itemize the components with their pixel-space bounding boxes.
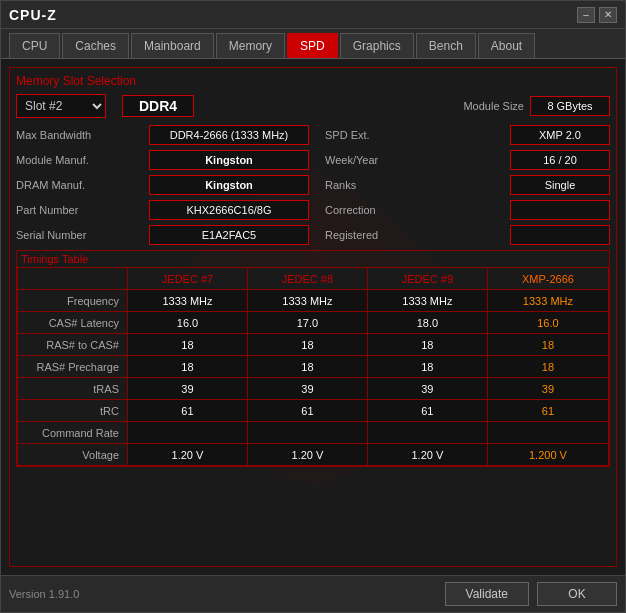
ras-pre-label: RAS# Precharge (18, 356, 128, 378)
freq-jedec9: 1333 MHz (367, 290, 487, 312)
table-row: CAS# Latency 16.0 17.0 18.0 16.0 (18, 312, 609, 334)
tab-cpu[interactable]: CPU (9, 33, 60, 58)
module-manuf-label: Module Manuf. (16, 154, 89, 166)
table-row: Voltage 1.20 V 1.20 V 1.20 V 1.200 V (18, 444, 609, 466)
freq-xmp: 1333 MHz (487, 290, 608, 312)
ranks-value: Single (510, 175, 610, 195)
content-area: Memory Slot Selection Slot #2 Slot #1 Sl… (1, 59, 625, 575)
week-year-value: 16 / 20 (510, 150, 610, 170)
voltage-label: Voltage (18, 444, 128, 466)
tab-about[interactable]: About (478, 33, 535, 58)
table-row: RAS# Precharge 18 18 18 18 (18, 356, 609, 378)
tab-memory[interactable]: Memory (216, 33, 285, 58)
slot-select[interactable]: Slot #2 Slot #1 Slot #3 Slot #4 (16, 94, 106, 118)
registered-value (510, 225, 610, 245)
ranks-label: Ranks (325, 179, 356, 191)
close-button[interactable]: ✕ (599, 7, 617, 23)
spd-ext-label: SPD Ext. (325, 129, 370, 141)
cmd-rate-jedec8 (247, 422, 367, 444)
app-title: CPU-Z (9, 7, 57, 23)
cas-jedec7: 16.0 (128, 312, 248, 334)
freq-label: Frequency (18, 290, 128, 312)
max-bandwidth-label: Max Bandwidth (16, 129, 91, 141)
tab-mainboard[interactable]: Mainboard (131, 33, 214, 58)
cas-jedec9: 18.0 (367, 312, 487, 334)
voltage-jedec9: 1.20 V (367, 444, 487, 466)
ras-pre-jedec9: 18 (367, 356, 487, 378)
freq-jedec7: 1333 MHz (128, 290, 248, 312)
tab-bench[interactable]: Bench (416, 33, 476, 58)
voltage-jedec8: 1.20 V (247, 444, 367, 466)
trc-xmp: 61 (487, 400, 608, 422)
version-label: Version 1.91.0 (9, 588, 79, 600)
tab-graphics[interactable]: Graphics (340, 33, 414, 58)
trc-label: tRC (18, 400, 128, 422)
spd-panel: Memory Slot Selection Slot #2 Slot #1 Sl… (9, 67, 617, 567)
module-manuf-value: Kingston (149, 150, 309, 170)
ras-pre-xmp: 18 (487, 356, 608, 378)
timings-table: JEDEC #7 JEDEC #8 JEDEC #9 XMP-2666 Freq… (17, 267, 609, 466)
part-number-value: KHX2666C16/8G (149, 200, 309, 220)
dram-manuf-value: Kingston (149, 175, 309, 195)
cas-xmp: 16.0 (487, 312, 608, 334)
ras-cas-jedec7: 18 (128, 334, 248, 356)
title-bar-left: CPU-Z (9, 7, 57, 23)
cas-jedec8: 17.0 (247, 312, 367, 334)
timings-section: Timings Table JEDEC #7 JEDEC #8 JEDEC #9… (16, 250, 610, 467)
nav-tabs: CPU Caches Mainboard Memory SPD Graphics… (1, 29, 625, 59)
cmd-rate-label: Command Rate (18, 422, 128, 444)
ok-button[interactable]: OK (537, 582, 617, 606)
cmd-rate-jedec7 (128, 422, 248, 444)
tras-label: tRAS (18, 378, 128, 400)
table-row: Frequency 1333 MHz 1333 MHz 1333 MHz 133… (18, 290, 609, 312)
title-controls: – ✕ (577, 7, 617, 23)
ras-cas-xmp: 18 (487, 334, 608, 356)
cas-label: CAS# Latency (18, 312, 128, 334)
serial-number-label: Serial Number (16, 229, 86, 241)
ras-cas-jedec8: 18 (247, 334, 367, 356)
tab-caches[interactable]: Caches (62, 33, 129, 58)
tras-jedec9: 39 (367, 378, 487, 400)
spd-ext-value: XMP 2.0 (510, 125, 610, 145)
cmd-rate-xmp (487, 422, 608, 444)
module-size-label: Module Size (463, 100, 524, 112)
max-bandwidth-value: DDR4-2666 (1333 MHz) (149, 125, 309, 145)
table-row: tRC 61 61 61 61 (18, 400, 609, 422)
validate-button[interactable]: Validate (445, 582, 529, 606)
correction-label: Correction (325, 204, 376, 216)
col-jedec9: JEDEC #9 (367, 268, 487, 290)
minimize-button[interactable]: – (577, 7, 595, 23)
table-row: tRAS 39 39 39 39 (18, 378, 609, 400)
section-title: Memory Slot Selection (16, 74, 610, 88)
ras-cas-label: RAS# to CAS# (18, 334, 128, 356)
ras-pre-jedec8: 18 (247, 356, 367, 378)
tras-xmp: 39 (487, 378, 608, 400)
title-bar: CPU-Z – ✕ (1, 1, 625, 29)
cmd-rate-jedec9 (367, 422, 487, 444)
tab-spd[interactable]: SPD (287, 33, 338, 58)
serial-number-value: E1A2FAC5 (149, 225, 309, 245)
voltage-jedec7: 1.20 V (128, 444, 248, 466)
ras-pre-jedec7: 18 (128, 356, 248, 378)
week-year-label: Week/Year (325, 154, 378, 166)
dram-manuf-label: DRAM Manuf. (16, 179, 85, 191)
registered-label: Registered (325, 229, 378, 241)
tras-jedec7: 39 (128, 378, 248, 400)
correction-value (510, 200, 610, 220)
bottom-buttons: Validate OK (445, 582, 617, 606)
col-xmp: XMP-2666 (487, 268, 608, 290)
col-label-empty (18, 268, 128, 290)
ddr-type: DDR4 (122, 95, 194, 117)
module-size-value: 8 GBytes (530, 96, 610, 116)
main-window: CPU-Z – ✕ CPU Caches Mainboard Memory SP… (0, 0, 626, 613)
part-number-label: Part Number (16, 204, 78, 216)
trc-jedec7: 61 (128, 400, 248, 422)
trc-jedec8: 61 (247, 400, 367, 422)
voltage-xmp: 1.200 V (487, 444, 608, 466)
trc-jedec9: 61 (367, 400, 487, 422)
table-row: Command Rate (18, 422, 609, 444)
freq-jedec8: 1333 MHz (247, 290, 367, 312)
col-jedec7: JEDEC #7 (128, 268, 248, 290)
timings-title: Timings Table (17, 251, 609, 267)
ras-cas-jedec9: 18 (367, 334, 487, 356)
